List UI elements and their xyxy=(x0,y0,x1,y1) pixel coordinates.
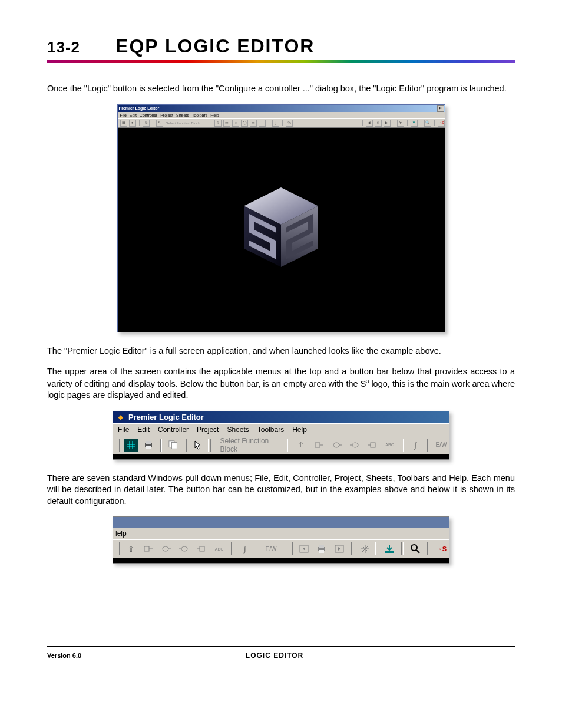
screenshot-menubar-left: ◆ Premier Logic Editor File Edit Control… xyxy=(113,411,449,460)
sheet-button[interactable]: 0000 xyxy=(166,438,181,452)
toolbar-button[interactable]: ▭ xyxy=(250,120,257,127)
menu-help[interactable]: Help xyxy=(292,426,307,434)
menu-help-fragment[interactable]: lelp xyxy=(115,529,127,538)
toolbar-button[interactable]: ▭ xyxy=(223,120,230,127)
toolbar-button[interactable]: ▦ xyxy=(120,120,127,127)
select-function-block-label: Select Function Block xyxy=(214,437,285,453)
ew-button[interactable]: E/W xyxy=(434,438,449,452)
download-button[interactable] xyxy=(382,542,397,556)
box-out-button[interactable] xyxy=(312,438,327,452)
ew-button[interactable]: E/W xyxy=(263,542,279,556)
svg-rect-5 xyxy=(146,441,151,444)
toolbar-button[interactable]: % xyxy=(286,120,293,127)
toolbar-button[interactable]: ∫ xyxy=(272,120,279,127)
svg-rect-29 xyxy=(319,550,324,553)
menu-project[interactable]: Project xyxy=(160,113,173,117)
svg-point-15 xyxy=(352,443,358,447)
menu-sheets[interactable]: Sheets xyxy=(176,113,189,117)
toolbar: ▦ ● ⧉ ↖ Select Function Block ⇧ ▭ ○ ◯ ▭ … xyxy=(118,118,445,128)
logic-canvas xyxy=(118,128,445,332)
menu-edit[interactable]: Edit xyxy=(137,426,150,434)
toolbar-button[interactable]: ◀ xyxy=(366,120,373,127)
oval-button[interactable] xyxy=(329,438,345,452)
close-icon[interactable]: × xyxy=(437,105,444,112)
toolbar-separator xyxy=(257,542,259,555)
toolbar-separator xyxy=(160,439,163,452)
toolbar-separator xyxy=(351,542,353,555)
menu-edit[interactable]: Edit xyxy=(130,113,137,117)
select-function-block-label: Select Function Block xyxy=(165,121,209,125)
toolbar-grip[interactable] xyxy=(184,439,187,452)
grid-button[interactable] xyxy=(123,438,138,452)
integral-button[interactable]: ∫ xyxy=(237,542,253,556)
menu-sheets[interactable]: Sheets xyxy=(227,426,249,434)
toolbar-grip[interactable] xyxy=(287,439,290,452)
print-button[interactable] xyxy=(314,542,329,556)
text-button[interactable]: ABC xyxy=(382,438,398,452)
canvas-strip xyxy=(113,558,449,563)
toolbar-button[interactable]: ↖ xyxy=(156,120,163,127)
next-sheet-button[interactable] xyxy=(332,542,347,556)
snap-button[interactable] xyxy=(358,542,373,556)
toolbar-grip[interactable] xyxy=(117,439,120,452)
menu-project[interactable]: Project xyxy=(197,426,219,434)
toolbar-grip[interactable] xyxy=(117,542,120,555)
toolbar-button[interactable]: ● xyxy=(129,120,136,127)
zoom-icon[interactable]: 🔍 xyxy=(424,120,431,127)
text-button[interactable]: ABC xyxy=(211,542,227,556)
window-titlebar[interactable]: ◆ Premier Logic Editor xyxy=(113,411,449,423)
box-out-button[interactable] xyxy=(141,542,156,556)
integral-button[interactable]: ∫ xyxy=(408,438,423,452)
window-titlebar[interactable]: Premier Logic Editor × xyxy=(118,105,445,112)
printer-button[interactable] xyxy=(141,438,156,452)
svg-point-36 xyxy=(411,545,417,551)
toolbar-button[interactable]: ◯ xyxy=(241,120,248,127)
menu-file[interactable]: File xyxy=(118,426,129,434)
menu-toolbars[interactable]: Toolbars xyxy=(257,426,284,434)
menu-help[interactable]: Help xyxy=(210,113,219,117)
toolbar-grip[interactable] xyxy=(375,542,378,555)
toolbar-button[interactable]: ※ xyxy=(397,120,404,127)
toolbar-grip[interactable] xyxy=(290,542,293,555)
gradient-divider xyxy=(47,60,515,63)
toolbar-separator xyxy=(153,120,153,126)
box-in-button[interactable] xyxy=(194,542,209,556)
svg-text:0000: 0000 xyxy=(171,449,177,450)
box-in-button[interactable] xyxy=(365,438,380,452)
toolbar-button[interactable]: ▶ xyxy=(384,120,391,127)
svg-rect-8 xyxy=(172,442,177,449)
toolbar-separator xyxy=(231,542,233,555)
svg-rect-6 xyxy=(146,446,151,449)
s3-logo xyxy=(228,177,334,283)
up-arrow-button[interactable]: ⇧ xyxy=(294,438,309,452)
cursor-button[interactable] xyxy=(190,438,206,452)
oval-in-button[interactable] xyxy=(347,438,362,452)
toolbar-grip[interactable] xyxy=(208,439,211,452)
screenshot-toolbar-right: lelp ⇧ ABC ∫ E/W xyxy=(113,516,449,564)
menu-controller[interactable]: Controller xyxy=(140,113,157,117)
menu-controller[interactable]: Controller xyxy=(158,426,189,434)
prev-sheet-button[interactable] xyxy=(296,542,312,556)
paragraph-4: There are seven standard Windows pull do… xyxy=(47,473,515,508)
toolbar-button[interactable]: ⎙ xyxy=(375,120,382,127)
menu-file[interactable]: File xyxy=(120,113,127,117)
toolbar-button[interactable]: ○ xyxy=(232,120,239,127)
oval-button[interactable] xyxy=(158,542,174,556)
svg-point-23 xyxy=(181,546,187,551)
up-arrow-button[interactable]: ⇧ xyxy=(123,542,138,556)
toolbar-button[interactable]: ▼ xyxy=(411,120,418,127)
zoom-icon[interactable] xyxy=(408,542,423,556)
toolbar-button[interactable]: →S xyxy=(438,120,445,127)
svg-rect-35 xyxy=(385,551,394,553)
toolbar-button[interactable]: ⧉ xyxy=(143,120,150,127)
svg-rect-10 xyxy=(315,443,320,447)
oval-in-button[interactable] xyxy=(176,542,191,556)
menu-toolbars[interactable]: Toolbars xyxy=(192,113,207,117)
toolbar-button[interactable]: ~ xyxy=(259,120,266,127)
toolbar-separator xyxy=(421,120,421,126)
send-button[interactable]: →S xyxy=(434,542,449,556)
toolbar-button[interactable]: ⇧ xyxy=(214,120,222,127)
toolbar-separator xyxy=(402,439,404,452)
toolbar-separator xyxy=(269,120,269,126)
toolbar-separator xyxy=(139,120,140,126)
